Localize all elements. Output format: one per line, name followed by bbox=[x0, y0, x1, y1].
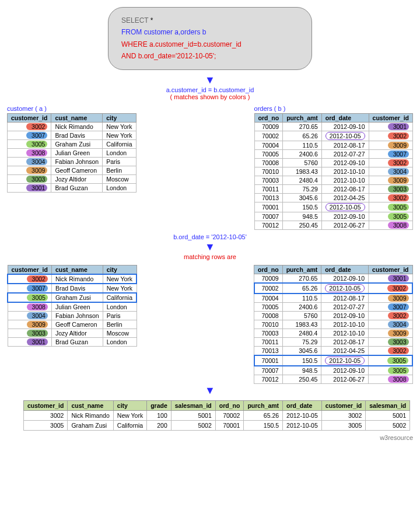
arrow-down-icon: ▼ bbox=[7, 75, 413, 85]
col-customer_id: customer_id bbox=[24, 400, 68, 410]
result-cell: 65.26 bbox=[244, 410, 283, 420]
cust-name: Geoff Cameron bbox=[51, 320, 103, 329]
customer-row: 3002Nick RimandoNew York bbox=[8, 274, 136, 284]
customer-id-chip: 3001 bbox=[26, 184, 47, 191]
orders-table-highlighted: ord_nopurch_amtord_datecustomer_id700092… bbox=[254, 265, 413, 384]
customer-row: 3007Brad DavisNew York bbox=[8, 131, 136, 139]
order-customer-id-chip: 3003 bbox=[388, 186, 409, 193]
col-purch_amt: purch_amt bbox=[283, 113, 322, 122]
order-customer-id-chip: 3002 bbox=[388, 159, 409, 166]
order-customer-id-chip: 3002 bbox=[388, 132, 409, 139]
purch-amt: 150.5 bbox=[283, 202, 322, 212]
col-ord_date: ord_date bbox=[321, 113, 369, 122]
col-cust_name: cust_name bbox=[68, 400, 113, 410]
purch-amt: 2480.4 bbox=[283, 176, 322, 184]
ord-no: 70007 bbox=[254, 212, 283, 221]
col-ord_date: ord_date bbox=[283, 400, 322, 410]
result-cell: 5002 bbox=[171, 420, 215, 430]
ord-date: 2012-10-10 bbox=[321, 329, 369, 337]
ord-date: 2012-09-10 bbox=[321, 274, 369, 283]
join-caption: a.customer_id = b.customer_id bbox=[7, 86, 413, 93]
order-row: 700133045.62012-04-253002 bbox=[254, 193, 412, 202]
cust-name: Brad Davis bbox=[51, 131, 103, 139]
col-cust_name: cust_name bbox=[51, 113, 103, 122]
purch-amt: 150.5 bbox=[282, 355, 321, 366]
order-customer-id-chip: 3005 bbox=[387, 357, 408, 364]
result-cell: 3005 bbox=[24, 420, 68, 430]
join-sub-caption: ( matches shown by colors ) bbox=[7, 93, 413, 100]
result-cell: New York bbox=[113, 410, 146, 420]
customer-row: 3001Brad GuzanLondon bbox=[8, 337, 136, 346]
result-block: customer_idcust_namecitygradesalesman_id… bbox=[23, 400, 397, 431]
customer-row: 3008Julian GreenLondon bbox=[8, 148, 136, 157]
ord-date: 2012-09-10 bbox=[321, 311, 369, 320]
order-customer-id-chip: 3007 bbox=[388, 151, 409, 158]
result-cell: Nick Rimando bbox=[68, 410, 113, 420]
date-highlight: 2012-10-05 bbox=[326, 132, 365, 140]
orders-title: orders ( b ) bbox=[254, 105, 413, 112]
ord-date: 2012-09-10 bbox=[321, 212, 369, 221]
q2b: customer a,orders b bbox=[144, 28, 206, 36]
matching-caption: matching rows are bbox=[7, 253, 413, 260]
order-customer-id-chip: 3001 bbox=[388, 123, 409, 130]
customer-id-chip: 3002 bbox=[26, 123, 47, 130]
cust-city: London bbox=[103, 337, 136, 346]
orders-block: orders ( b ) ord_nopurch_amtord_datecust… bbox=[254, 105, 413, 230]
order-customer-id-chip: 3008 bbox=[388, 376, 409, 383]
ord-date: 2012-09-10 bbox=[321, 366, 369, 375]
cust-city: New York bbox=[103, 284, 136, 293]
result-cell: 70001 bbox=[215, 420, 244, 430]
ord-date: 2012-04-25 bbox=[321, 193, 369, 202]
customer-row: 3008Julian GreenLondon bbox=[8, 302, 136, 312]
order-customer-id-chip: 3009 bbox=[388, 295, 409, 302]
result-cell: 200 bbox=[147, 420, 172, 430]
result-cell: 2012-10-05 bbox=[283, 410, 322, 420]
purch-amt: 2400.6 bbox=[282, 302, 321, 311]
order-row: 7000265.262012-10-053002 bbox=[254, 283, 412, 294]
purch-amt: 2480.4 bbox=[282, 329, 321, 337]
ord-no: 70001 bbox=[254, 355, 283, 366]
customer-table: customer_idcust_namecity3002Nick Rimando… bbox=[7, 113, 136, 193]
cust-city: New York bbox=[103, 274, 136, 284]
result-row: 3002Nick RimandoNew York10050017000265.2… bbox=[24, 410, 410, 420]
customer-id-chip: 3005 bbox=[27, 294, 48, 301]
order-row: 7001175.292012-08-173003 bbox=[254, 184, 412, 193]
col-ord_no: ord_no bbox=[254, 113, 283, 122]
customer-id-chip: 3004 bbox=[26, 158, 47, 165]
ord-date: 2012-07-27 bbox=[321, 149, 369, 158]
cust-name: Graham Zusi bbox=[51, 139, 103, 148]
ord-date: 2012-08-17 bbox=[321, 184, 369, 193]
order-row: 700052400.62012-07-273007 bbox=[254, 302, 412, 311]
cust-name: Nick Rimando bbox=[51, 122, 103, 131]
order-row: 700101983.432012-10-103004 bbox=[254, 320, 412, 329]
customer-id-chip: 3009 bbox=[26, 167, 47, 174]
ord-date: 2012-08-17 bbox=[321, 337, 369, 346]
ord-no: 70008 bbox=[254, 311, 283, 320]
col-grade: grade bbox=[147, 400, 172, 410]
purch-amt: 65.26 bbox=[283, 131, 322, 141]
cust-name: Geoff Cameron bbox=[51, 166, 103, 174]
arrow-down-icon-2: ▼ bbox=[7, 242, 413, 252]
order-row: 70004110.52012-08-173009 bbox=[254, 294, 412, 303]
customer-id-chip: 3005 bbox=[26, 141, 47, 148]
result-cell: 5001 bbox=[171, 410, 215, 420]
tables-row-1: customer ( a ) customer_idcust_namecity3… bbox=[7, 105, 413, 230]
customer-block: customer ( a ) customer_idcust_namecity3… bbox=[7, 105, 136, 230]
cust-city: California bbox=[103, 293, 136, 302]
order-customer-id-chip: 3005 bbox=[388, 204, 409, 211]
order-customer-id-chip: 3002 bbox=[388, 312, 409, 319]
filter-row: b.ord_date = '2012-10-05' bbox=[7, 233, 413, 240]
order-customer-id-chip: 3002 bbox=[388, 347, 409, 354]
date-highlight: 2012-10-05 bbox=[325, 284, 365, 292]
order-customer-id-chip: 3008 bbox=[388, 222, 409, 229]
order-row: 70009270.652012-09-103001 bbox=[254, 122, 412, 131]
order-customer-id-chip: 3001 bbox=[388, 275, 409, 282]
order-customer-id-chip: 3009 bbox=[388, 330, 409, 337]
ord-no: 70001 bbox=[254, 202, 283, 212]
order-row: 700133045.62012-04-253002 bbox=[254, 346, 412, 355]
orders-table: ord_nopurch_amtord_datecustomer_id700092… bbox=[254, 113, 413, 230]
customer-row: 3003Jozy AltidorMoscow bbox=[8, 174, 136, 183]
customer-id-chip: 3002 bbox=[27, 275, 48, 282]
date-highlight: 2012-10-05 bbox=[325, 357, 365, 365]
customer-row: 3007Brad DavisNew York bbox=[8, 284, 136, 293]
